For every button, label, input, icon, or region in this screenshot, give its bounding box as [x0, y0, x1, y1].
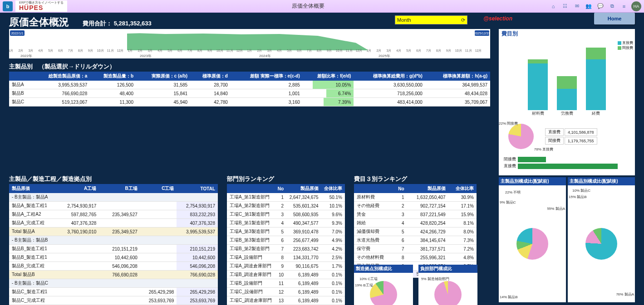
table-row[interactable]: 減価償却費5424,266,7298.0%: [354, 228, 477, 236]
bar-column[interactable]: 労務費: [557, 76, 577, 110]
table-row[interactable]: 雑給4428,820,2548.1%: [354, 219, 477, 228]
mail-icon[interactable]: ✉: [572, 2, 581, 11]
table-row[interactable]: 製品B_製造工程1210,151,219210,151,219: [9, 245, 218, 253]
range-handle-end[interactable]: 2025/12/31: [475, 30, 489, 36]
table-row[interactable]: 製品C519,123,06711,30045,94042,7803,1607.3…: [9, 98, 490, 107]
table-row[interactable]: 賃金3837,221,54915.9%: [354, 210, 477, 219]
table-row[interactable]: 工場A_第1製造部門12,647,324,67550.1%: [227, 193, 345, 202]
table-row[interactable]: その他経費2902,727,15417.1%: [354, 202, 477, 210]
table-row[interactable]: 工場B_第2製造部門7223,683,7424.2%: [227, 245, 345, 253]
pie-label: 10% C工場: [359, 276, 378, 281]
pie-label: 5% 製造補助部門: [421, 276, 449, 281]
main-product-table[interactable]: 総製造製品原価：a製造製品量：b実際原価：c (a/b)標準原価：d差額 実際ー…: [9, 72, 490, 107]
table-row[interactable]: 工場A_調達倉庫部門990,116,6751.7%: [227, 262, 345, 271]
table-row[interactable]: 工場C_設備部門126,189,4890.1%: [227, 288, 345, 296]
col-header: 全体比率: [448, 184, 477, 193]
copy-icon[interactable]: ⧉: [608, 2, 617, 11]
table-row[interactable]: 製品C_製造工程1265,429,298265,429,298: [9, 288, 218, 296]
bar-column[interactable]: 経費: [586, 48, 606, 110]
table-row[interactable]: 製品A_製造工程12,754,930,9172,754,930,917: [9, 202, 218, 210]
table-row[interactable]: 製品A3,995,539,537126,50031,58528,7002,885…: [9, 81, 490, 89]
hbar-row[interactable]: 直接費: [501, 163, 632, 169]
direct-indirect-table: 直接費4,101,586,878間接費1,179,765,755: [544, 127, 598, 145]
reload-icon[interactable]: ⟳: [461, 17, 465, 23]
barchart-legend: 直接費間接費: [618, 40, 633, 50]
table-row[interactable]: 製品A_完成工程407,376,328407,376,328: [9, 219, 218, 228]
pie-dept-chart[interactable]: [434, 281, 462, 305]
table-row[interactable]: 工場A_第3製造部門5369,910,4787.0%: [227, 228, 345, 236]
pie-label: 15% 製品B: [569, 194, 587, 199]
home-button[interactable]: Home: [594, 13, 635, 24]
group-header[interactable]: - B主製品：製品A: [9, 193, 218, 202]
main-product-title: 主製品別 （製品選択→ドリルダウン）: [9, 63, 490, 71]
table-row[interactable]: 工場B_第1製造部門4490,347,5779.3%: [227, 219, 345, 228]
bar-column[interactable]: 材料費: [528, 59, 548, 110]
group-header[interactable]: - B主製品：製品C: [9, 279, 218, 288]
col-header: 実際原価：c (a/b): [136, 72, 190, 81]
pie-post-block: 主製品別構成比(配賦後) 76% 製品A15% 製品B10% 製品C: [568, 177, 635, 302]
selection-indicator: @selection: [483, 15, 512, 22]
table-row[interactable]: 製品C_完成工程253,693,769253,693,769: [9, 296, 218, 305]
col-header: 標準原価：d: [190, 72, 231, 81]
pie-pre-chart[interactable]: [516, 228, 548, 260]
col-header: 総製造製品原価：a: [32, 72, 90, 81]
col-header: 標準換算総費用：g(d*b): [354, 72, 425, 81]
table-row: 直接費4,101,586,878: [545, 128, 597, 136]
col-header: [9, 72, 32, 81]
cross-block: 主製品／製造工程／製造拠点別 製品原価A工場B工場C工場TOTAL- B主製品：…: [9, 175, 218, 305]
pie-dept-title: 負担部門構成比: [418, 265, 477, 273]
avatar[interactable]: HA: [631, 1, 641, 11]
month-selector[interactable]: Month ⟳: [395, 15, 467, 24]
table-row[interactable]: 製品B_製造工程110,442,60010,442,600: [9, 253, 218, 262]
subtotal-row: Total 製品B766,690,028766,690,028: [9, 271, 218, 279]
top-bar: b ERPで働き方をイノベートする HÜPES 原価全体概要 ⌂ ☷ ✉ 👥 💬…: [0, 0, 644, 13]
app-icon[interactable]: b: [3, 1, 13, 11]
pie-location-block: 製造拠点別構成比 71% A工場19% B工場10% C工場: [354, 265, 413, 305]
table-row[interactable]: 工場A_第2製造部門2535,601,32410.1%: [227, 202, 345, 210]
dept-table[interactable]: No製品原価全体比率工場A_第1製造部門12,647,324,67550.1%工…: [227, 184, 345, 305]
direct-indirect-hbar[interactable]: 間接費 直接費: [499, 155, 635, 175]
menu-icon[interactable]: ≡: [619, 2, 629, 11]
tree-icon[interactable]: ☷: [560, 2, 570, 11]
table-row[interactable]: 製品A_工程A2597,882,765235,349,527833,232,29…: [9, 210, 218, 219]
col-header: [354, 184, 393, 193]
cat3-table[interactable]: No製品原価全体比率原材料費11,632,050,40730.9%その他経費29…: [354, 184, 477, 278]
table-row[interactable]: 工場C_第1製造部門3508,600,9359.6%: [227, 210, 345, 219]
pie-dept-block: 負担部門構成比 95% 製造部門5% 製造補助部門: [418, 265, 477, 305]
table-row[interactable]: 工場B_設備部門116,189,4890.1%: [227, 279, 345, 288]
table-row[interactable]: 製品B766,690,02848,40015,84114,8401,0016.7…: [9, 89, 490, 98]
table-row[interactable]: 製品B_完成工程546,096,208546,096,208: [9, 262, 218, 271]
cross-table[interactable]: 製品原価A工場B工場C工場TOTAL- B主製品：製品A製品A_製造工程12,7…: [9, 184, 218, 305]
direct-indirect-pie[interactable]: [508, 124, 534, 149]
page-header-title: 原価全体概要: [70, 2, 546, 10]
direct-indirect-row: 78% 直接費22% 間接費 直接費4,101,586,878間接費1,179,…: [499, 118, 635, 155]
page-body: 原価全体概況 費用合計： 5,281,352,633 Month ⟳ @sele…: [0, 13, 644, 305]
table-row[interactable]: 工場B_第3製造部門6256,677,4994.9%: [227, 236, 345, 245]
total-summary: 費用合計： 5,281,352,633: [83, 19, 152, 28]
col-header: No: [275, 184, 287, 193]
pie-location-chart[interactable]: [370, 281, 397, 305]
cost-category-barchart[interactable]: 直接費間接費 材料費 労務費 経費: [499, 39, 635, 118]
timeline-chart[interactable]: 2022/1/1 2025/12/31 1月2月3月4月5月6月7月8月9月10…: [9, 29, 490, 58]
table-row[interactable]: 工場B_調達倉庫部門106,189,4890.1%: [227, 271, 345, 279]
col-header: 全体比率: [321, 184, 345, 193]
pie-post-chart[interactable]: [585, 228, 617, 260]
table-row[interactable]: 工場A_設備部門8134,331,7702.5%: [227, 253, 345, 262]
hbar-row[interactable]: 間接費: [501, 156, 632, 162]
range-handle-start[interactable]: 2022/1/1: [10, 30, 25, 36]
pie-label: 76% 製品A: [616, 292, 634, 297]
table-row[interactable]: 保守費7381,737,5717.2%: [354, 245, 477, 253]
page-title: 原価全体概況: [9, 15, 69, 29]
chat-icon[interactable]: 💬: [596, 2, 605, 11]
home-icon[interactable]: ⌂: [549, 2, 558, 11]
timeline-axis: 1月2月3月4月5月6月7月8月9月10月11月12月2022年1月2月3月4月…: [11, 48, 488, 53]
pie-label: 55% 製品A: [547, 206, 565, 211]
table-row[interactable]: 工場C_調達倉庫部門136,189,4890.1%: [227, 296, 345, 305]
pie-location-title: 製造拠点別構成比: [354, 265, 413, 273]
table-row[interactable]: 原材料費11,632,050,40730.9%: [354, 193, 477, 202]
table-row[interactable]: その他材料費8255,996,3214.8%: [354, 253, 477, 262]
users-icon[interactable]: 👥: [584, 2, 593, 11]
pie-post-title: 主製品別構成比(配賦後): [568, 177, 635, 185]
table-row[interactable]: 水道光熱費6384,145,6747.3%: [354, 236, 477, 245]
group-header[interactable]: - B主製品：製品B: [9, 236, 218, 245]
